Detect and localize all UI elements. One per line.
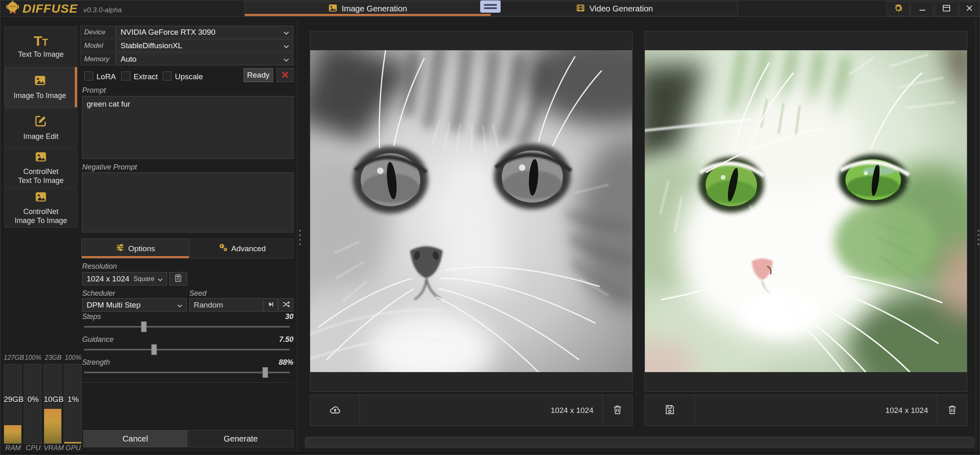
guidance-slider[interactable] [84,349,290,350]
ram-label: RAM [4,444,22,452]
sidebar-item-label-line1: ControlNet [23,167,58,176]
sidebar-item-label: Text To Image [18,50,64,59]
sidebar-item-controlnet-text-to-image[interactable]: ControlNet Text To Image [4,148,77,187]
chevron-down-icon [284,41,289,50]
close-button[interactable] [959,1,980,16]
clear-input-image-button[interactable] [602,395,632,426]
input-image-panel[interactable] [310,31,633,392]
diffuse-app-window: DIFFUSE v0.3.0-alpha Image Generation Vi… [0,0,980,455]
device-select[interactable]: NVIDIA GeForce RTX 3090 [116,26,293,38]
ram-used: 29GB [4,395,22,404]
window-bottom-edge [0,452,980,455]
generate-button[interactable]: Generate [188,430,293,447]
negative-prompt-input[interactable] [82,172,293,232]
extract-checkbox[interactable] [121,71,130,80]
model-select[interactable]: StableDiffusionXL [116,39,293,52]
film-icon [576,3,585,15]
seed-input[interactable]: Random [189,298,263,312]
text-icon: TT [34,34,48,48]
lora-checkbox[interactable] [84,71,93,80]
cpu-meter [24,364,42,444]
save-image-button[interactable] [645,395,695,426]
input-image-size: 1024 x 1024 [550,406,602,415]
scheduler-label: Scheduler [82,289,115,298]
sidebar-item-image-to-image[interactable]: Image To Image [4,67,77,107]
close-icon [965,4,973,14]
upload-image-button[interactable] [310,395,360,426]
model-label: Model [80,39,116,52]
upscale-checkbox[interactable] [163,71,172,80]
minimize-button[interactable] [911,1,934,16]
guidance-slider-thumb[interactable] [152,344,157,355]
right-splitter[interactable] [976,20,976,455]
image-icon [328,3,338,15]
minimize-icon [918,4,926,14]
randomize-seed-button[interactable] [278,298,293,312]
scheduler-select[interactable]: DPM Multi Step [82,298,187,312]
shuffle-icon [282,300,290,310]
ram-meter [4,364,22,444]
sidebar-item-label-line1: ControlNet [23,207,58,216]
upscale-label: Upscale [175,72,203,81]
tab-video-generation[interactable]: Video Generation [491,1,738,16]
tab-advanced[interactable]: Advanced [190,239,293,259]
sidebar-item-label: Image Edit [23,132,58,141]
settings-button[interactable] [886,1,910,16]
sidebar-item-image-edit[interactable]: Image Edit [4,108,77,147]
prompt-label: Prompt [82,86,106,95]
guidance-value: 7.50 [253,335,293,344]
steps-slider-thumb[interactable] [141,321,146,332]
strength-slider-thumb[interactable] [262,367,268,378]
strength-slider[interactable] [84,372,290,373]
gpu-capacity: 100% [64,354,83,361]
upload-icon [328,404,342,417]
cpu-capacity: 100% [24,354,43,361]
app-name: DIFFUSE [22,2,78,16]
trash-icon [947,404,958,417]
reuse-seed-button[interactable] [264,298,278,312]
sidebar-item-controlnet-image-to-image[interactable]: ControlNet Image To Image [4,188,77,228]
mascot-icon [5,0,20,17]
ram-capacity: 127GB [4,354,22,361]
seed-label: Seed [189,289,206,298]
divider [80,382,293,383]
horizontal-scrollbar-thumb[interactable] [305,437,974,448]
strength-label: Strength [82,358,110,367]
maximize-button[interactable] [935,1,958,16]
resolution-calculator-button[interactable] [169,272,187,285]
calculator-icon [174,274,183,284]
vram-meter-fill [44,409,61,444]
clear-output-image-button[interactable] [937,395,967,426]
app-version: v0.3.0-alpha [83,6,122,14]
resolution-field[interactable]: 1024 x 1024 Square [82,272,167,285]
prompt-input[interactable]: green cat fur [82,96,293,159]
steps-slider[interactable] [84,326,290,328]
cancel-button[interactable]: Cancel [83,430,187,447]
left-splitter[interactable] [297,20,298,455]
tab-label: Video Generation [589,4,653,13]
negative-prompt-label: Negative Prompt [82,163,137,172]
right-splitter-grip[interactable] [978,230,979,245]
tab-options[interactable]: Options [81,239,189,259]
gpu-used: 1% [64,395,83,404]
sidebar-item-label: Image To Image [13,91,66,100]
image-icon [34,191,48,205]
sidebar-item-text-to-image[interactable]: TT Text To Image [4,27,77,66]
window-drag-handle[interactable] [480,0,501,13]
gpu-meter-fill [64,442,81,444]
left-splitter-grip[interactable] [299,230,301,245]
gpu-label: GPU [64,444,83,452]
aspect-preset-select[interactable]: Square [133,275,154,283]
output-image-panel[interactable] [644,31,967,392]
image-icon [33,74,47,89]
sidebar-item-label-line2: Text To Image [18,176,64,185]
tab-image-generation[interactable]: Image Generation [244,1,491,16]
trash-icon [612,404,623,417]
active-tab-underline [245,14,490,16]
resolution-label: Resolution [82,262,117,271]
memory-select[interactable]: Auto [116,53,293,65]
image-icon [34,151,48,165]
device-label: Device [80,26,116,38]
unload-model-button[interactable]: ✕ [277,68,293,82]
chevron-down-icon [284,55,289,64]
